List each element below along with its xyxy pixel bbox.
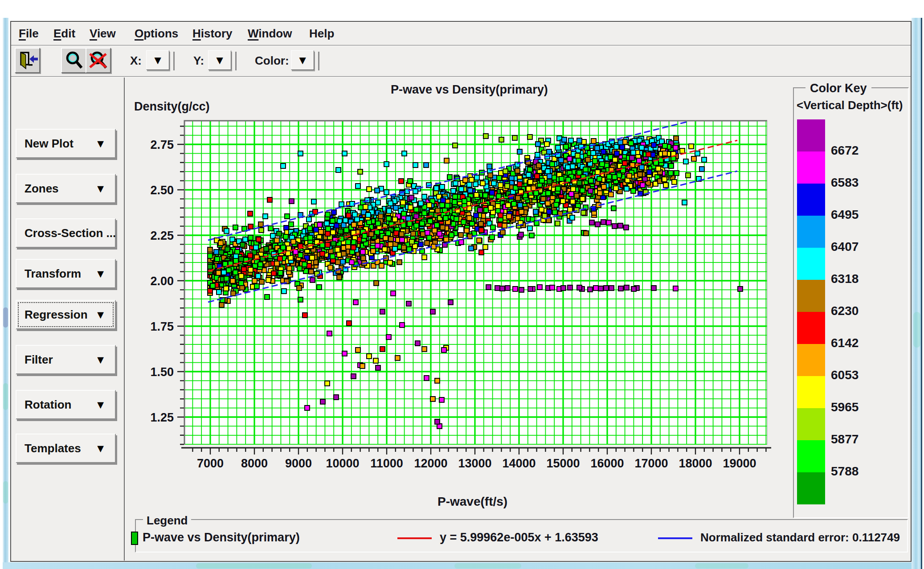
svg-text:18000: 18000 — [679, 457, 712, 470]
svg-text:13000: 13000 — [458, 457, 491, 470]
svg-text:7000: 7000 — [197, 457, 224, 470]
svg-text:14000: 14000 — [502, 457, 536, 470]
svg-text:8000: 8000 — [241, 457, 268, 470]
svg-text:2.75: 2.75 — [150, 138, 174, 151]
svg-text:1.25: 1.25 — [150, 411, 174, 424]
svg-text:2.50: 2.50 — [150, 184, 174, 197]
svg-text:16000: 16000 — [590, 457, 624, 470]
svg-text:11000: 11000 — [370, 457, 403, 470]
svg-text:1.50: 1.50 — [150, 365, 174, 379]
svg-text:2.00: 2.00 — [150, 274, 174, 288]
svg-text:1.75: 1.75 — [150, 320, 174, 333]
svg-text:19000: 19000 — [723, 457, 756, 470]
svg-text:17000: 17000 — [634, 457, 668, 470]
svg-text:9000: 9000 — [285, 457, 312, 470]
svg-text:15000: 15000 — [546, 457, 580, 470]
svg-text:12000: 12000 — [414, 457, 447, 470]
svg-text:2.25: 2.25 — [150, 229, 174, 242]
svg-text:10000: 10000 — [326, 457, 359, 470]
